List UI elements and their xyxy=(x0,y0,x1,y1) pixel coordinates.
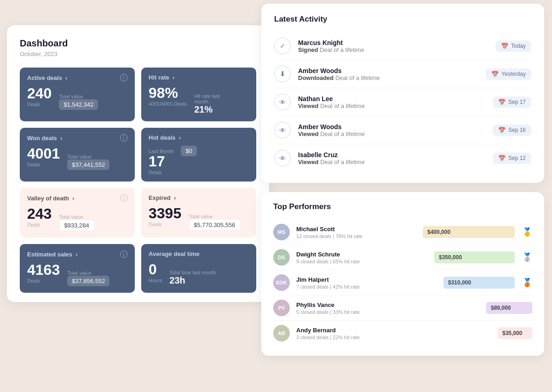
avatar-ms: MS xyxy=(273,224,290,240)
activity-action-1: Signed Deal of a lifetime xyxy=(298,46,495,53)
performer-info-3: Jim Halpert 7 closed deals | 42% hit rat… xyxy=(296,276,443,290)
won-deals-number: 4001 xyxy=(27,146,60,161)
performer-row-1: MS Michael Scott 12 closed deals | 78% h… xyxy=(273,220,532,245)
performer-bar-5: $35,000 xyxy=(498,327,532,339)
active-deals-box[interactable]: Active deals › i 240 Deals Total value $… xyxy=(20,68,135,121)
expired-unit: Deals xyxy=(149,222,181,227)
dashboard-subtitle: October, 2023 xyxy=(20,51,256,57)
average-deal-unit: Hours xyxy=(149,278,162,283)
performer-bar-3: $310,000 xyxy=(443,277,515,289)
calendar-icon-1: 📅 xyxy=(501,43,508,50)
medal-3: 🥉 xyxy=(522,278,532,288)
hit-rate-sub-value: 21% xyxy=(194,104,220,115)
won-deals-unit: Deals xyxy=(27,162,60,167)
activity-date-3: 📅 Sep 17 xyxy=(493,97,531,108)
hit-rate-sub-label: Hit rate lastmonth xyxy=(194,93,220,104)
hit-rate-label: Hit rate › xyxy=(149,74,174,81)
performer-info-2: Dwight Schrute 9 closed deals | 65% hit … xyxy=(296,251,434,264)
average-deal-time-box[interactable]: Average deal time 0 Hours Total time las… xyxy=(141,244,256,293)
average-deal-label: Average deal time xyxy=(149,250,200,257)
performer-bar-1: $400,000 xyxy=(423,226,515,238)
performers-title: Top Performers xyxy=(273,202,532,211)
performer-bar-wrap-2: $350,000 🥈 xyxy=(434,251,532,263)
calendar-icon-5: 📅 xyxy=(498,155,506,162)
performer-name-5: Andy Bernard xyxy=(296,327,498,334)
activity-action-4: Viewed Deal of a lifetime xyxy=(298,131,493,137)
download-icon: ⬇ xyxy=(274,66,291,82)
activity-date-4: 📅 Sep 16 xyxy=(493,125,531,136)
hot-deals-unit: Deals xyxy=(149,170,173,175)
expired-box[interactable]: Expired › 3395 Deals Total value $5,770,… xyxy=(141,188,256,238)
activity-name-2: Amber Woods xyxy=(298,67,486,74)
hot-deals-value: $0 xyxy=(181,146,196,156)
estimated-sales-label: Estimated sales › xyxy=(27,251,78,258)
won-deals-box[interactable]: Won deals › i 4001 Deals Total value $37… xyxy=(20,128,135,182)
hit-rate-number: 98% xyxy=(149,85,187,100)
activity-card: Latest Activity ✓ Marcus Knight Signed D… xyxy=(261,4,544,183)
expired-value-label: Total value xyxy=(189,214,240,219)
performer-row-4: PV Phyllis Vance 5 closed deals | 33% hi… xyxy=(273,295,532,321)
activity-name-4: Amber Woods xyxy=(298,123,493,131)
performer-bar-wrap-4: $89,000 xyxy=(486,302,532,314)
estimated-number: 4163 xyxy=(27,262,60,277)
estimated-info-icon: i xyxy=(120,250,127,258)
performer-stats-3: 7 closed deals | 42% hit rate xyxy=(296,284,443,290)
active-deals-number: 240 xyxy=(27,86,52,101)
activity-item-2: ⬇ Amber Woods Downloaded Deal of a lifet… xyxy=(274,60,531,88)
metrics-grid: Active deals › i 240 Deals Total value $… xyxy=(20,68,256,293)
hot-deals-number: 17 xyxy=(149,154,173,169)
active-deals-label: Active deals › xyxy=(27,74,67,81)
info-icon: i xyxy=(120,74,127,81)
activity-item-1: ✓ Marcus Knight Signed Deal of a lifetim… xyxy=(274,32,531,60)
avatar-bdk: BDK xyxy=(273,274,290,291)
expired-value: $5,770,305,556 xyxy=(189,219,240,231)
won-deals-value-label: Total value xyxy=(67,154,109,159)
performer-bar-wrap-3: $310,000 🥉 xyxy=(443,277,532,289)
expired-label: Expired › xyxy=(149,194,176,201)
calendar-icon-4: 📅 xyxy=(498,127,506,134)
activity-item-5: 👁 Isabelle Cruz Viewed Deal of a lifetim… xyxy=(274,144,531,172)
activity-date-1: 📅 Today xyxy=(495,40,531,52)
avatar-ab: AB xyxy=(273,325,290,341)
average-deal-sub-value: 23h xyxy=(169,275,216,286)
valley-info-icon: i xyxy=(120,194,127,202)
valley-unit: Deals xyxy=(27,222,52,227)
won-deals-value: $37,441,552 xyxy=(67,159,109,170)
avatar-ds: DS xyxy=(273,249,290,266)
active-deals-value: $1,542,342 xyxy=(59,99,98,110)
performer-row-2: DS Dwight Schrute 9 closed deals | 65% h… xyxy=(273,245,532,270)
performer-stats-1: 12 closed deals | 78% hit rate xyxy=(296,233,423,239)
estimated-value-label: Total value xyxy=(67,270,109,276)
activity-content-3: Nathan Lee Viewed Deal of a lifetime xyxy=(298,95,493,109)
performer-info-4: Phyllis Vance 5 closed deals | 33% hit r… xyxy=(296,301,486,315)
activity-content-4: Amber Woods Viewed Deal of a lifetime xyxy=(298,123,493,137)
performer-row-5: AB Andy Bernard 3 closed deals | 22% hit… xyxy=(273,321,532,346)
hot-deals-period-label: Last Month xyxy=(149,148,173,154)
activity-item-3: 👁 Nathan Lee Viewed Deal of a lifetime 📅… xyxy=(274,88,531,116)
medal-2: 🥈 xyxy=(522,252,532,262)
dashboard-card: Dashboard October, 2023 Active deals › i… xyxy=(7,25,269,302)
performer-row-3: BDK Jim Halpert 7 closed deals | 42% hit… xyxy=(273,270,532,295)
activity-date-5: 📅 Sep 12 xyxy=(493,153,531,164)
valley-of-death-box[interactable]: Valley of death › i 243 Deals Total valu… xyxy=(20,188,135,238)
performer-info-1: Michael Scott 12 closed deals | 78% hit … xyxy=(296,226,423,239)
activity-action-2: Downloaded Deal of a lifetime xyxy=(298,74,486,81)
activity-date-2: 📅 Yesterday xyxy=(486,68,531,80)
performer-stats-5: 3 closed deals | 22% hit rate xyxy=(296,335,498,340)
performer-name-3: Jim Halpert xyxy=(296,276,443,283)
performer-name-1: Michael Scott xyxy=(296,226,423,233)
calendar-icon-2: 📅 xyxy=(491,71,499,78)
estimated-sales-box[interactable]: Estimated sales › i 4163 Deals Total val… xyxy=(20,244,135,293)
won-deals-label: Won deals › xyxy=(27,135,62,142)
avatar-pv: PV xyxy=(273,300,290,316)
hit-rate-unit: 4001/4065 Deals xyxy=(149,101,187,107)
performer-info-5: Andy Bernard 3 closed deals | 22% hit ra… xyxy=(296,327,498,340)
activity-action-5: Viewed Deal of a lifetime xyxy=(298,159,493,165)
check-icon: ✓ xyxy=(274,38,291,54)
hot-deals-box[interactable]: Hot deals › Last Month 17 Deals $0 xyxy=(141,128,256,182)
performer-stats-2: 9 closed deals | 65% hit rate xyxy=(296,259,434,264)
hit-rate-box[interactable]: Hit rate › 98% 4001/4065 Deals Hit rate … xyxy=(141,68,256,121)
eye-icon-2: 👁 xyxy=(274,122,291,138)
calendar-icon-3: 📅 xyxy=(498,99,506,106)
estimated-unit: Deals xyxy=(27,278,60,284)
